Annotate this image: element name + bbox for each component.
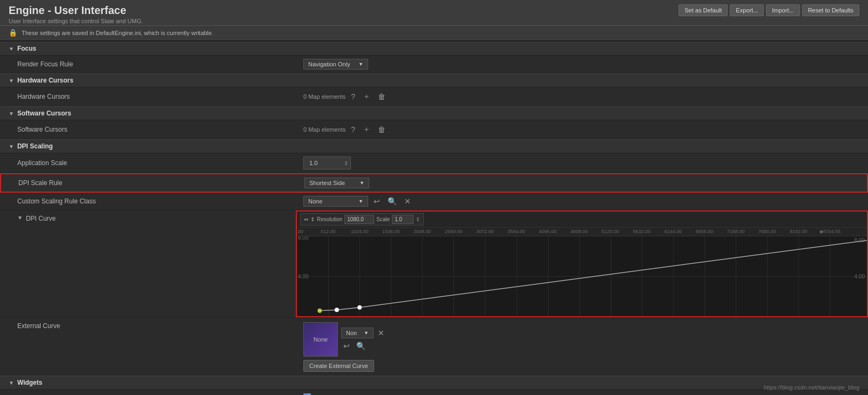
- dpi-curve-graph: ⇔ ⇕ Resolution Scale ⇕ 0.00 512.00 1024.…: [296, 210, 868, 317]
- software-cursors-label: Software Cursors: [17, 126, 303, 133]
- title-row: Engine - User Interface User Interface s…: [0, 0, 868, 25]
- x-tick-3584: 3584.00: [507, 229, 525, 234]
- curve-controls: Non ▼ ✕ ↩ 🔍: [341, 328, 386, 351]
- software-cursors-help-button[interactable]: ?: [349, 124, 357, 135]
- export-button[interactable]: Export...: [730, 4, 764, 16]
- focus-collapse-arrow[interactable]: ▼: [9, 46, 14, 52]
- section-hardware-cursors-header: ▼ Hardware Cursors: [0, 73, 868, 87]
- dpi-scaling-collapse-arrow[interactable]: ▼: [9, 144, 14, 149]
- x-tick-8192: 8192.00: [790, 229, 808, 234]
- x-tick-4608: 4608.00: [570, 229, 588, 234]
- reset-to-defaults-button[interactable]: Reset to Defaults: [802, 4, 859, 16]
- x-tick-2048: 2048.00: [413, 229, 431, 234]
- page-subtitle: User Interface settings that control Sla…: [9, 18, 143, 24]
- load-widgets-row: Load Widgets on Dedicated Server: [0, 390, 868, 395]
- point-label: ⇔ ⇕ Resolution Scale ⇕: [300, 213, 424, 226]
- external-curve-reset-button[interactable]: ↩: [341, 340, 352, 351]
- hardware-cursors-add-button[interactable]: ＋: [361, 91, 372, 103]
- resolution-label: Resolution: [317, 216, 342, 222]
- set-as-default-button[interactable]: Set as Default: [679, 4, 728, 16]
- software-cursors-title: Software Cursors: [17, 110, 71, 117]
- software-cursors-collapse-arrow[interactable]: ▼: [9, 111, 14, 117]
- scale-input[interactable]: [392, 215, 413, 224]
- application-scale-input-wrap: ⇕: [303, 156, 351, 169]
- curve-thumbnail: None: [303, 322, 338, 357]
- custom-scaling-rule-arrow: ▼: [358, 199, 363, 204]
- dpi-curve-section: ▼ DPI Curve ⇔ ⇕ Resolution Scale ⇕: [0, 210, 868, 318]
- section-widgets-header: ▼ Widgets: [0, 376, 868, 390]
- hardware-cursors-delete-button[interactable]: 🗑: [376, 91, 388, 102]
- section-focus-header: ▼ Focus: [0, 42, 868, 56]
- dpi-scale-rule-row: DPI Scale Rule Shortest Side ▼: [0, 173, 868, 193]
- curve-point-3: [357, 305, 362, 310]
- external-curve-row: External Curve None Non ▼ ✕: [0, 318, 868, 376]
- curve-svg: [297, 236, 867, 316]
- curve-name-row: Non ▼ ✕: [341, 328, 386, 338]
- dpi-curve-label: DPI Curve: [26, 215, 56, 222]
- application-scale-input[interactable]: [306, 158, 344, 168]
- move-icon: ⇔: [304, 216, 308, 222]
- custom-scaling-rule-control: None ▼ ↩ 🔍 ✕: [303, 196, 413, 207]
- application-scale-control: ⇕: [303, 156, 351, 169]
- custom-scaling-search-button[interactable]: 🔍: [385, 196, 399, 207]
- x-tick-8704: ◆8704.55: [819, 229, 841, 234]
- x-tick-1536: 1536.00: [382, 229, 400, 234]
- x-tick-5632: 5632.00: [633, 229, 651, 234]
- hardware-cursors-help-button[interactable]: ?: [349, 91, 357, 102]
- title-block: Engine - User Interface User Interface s…: [9, 4, 143, 24]
- render-focus-rule-control: Navigation Only ▼: [303, 59, 368, 70]
- hardware-cursors-title: Hardware Cursors: [17, 77, 73, 84]
- section-software-cursors-header: ▼ Software Cursors: [0, 106, 868, 120]
- x-tick-1024: 1024.00: [351, 229, 369, 234]
- x-tick-0: 0.00: [297, 229, 303, 234]
- curve-canvas[interactable]: 8.00 4.00 8.00 4.00: [297, 236, 867, 316]
- widgets-collapse-arrow[interactable]: ▼: [9, 380, 14, 386]
- dpi-scale-rule-control: Shortest Side ▼: [304, 178, 369, 188]
- software-cursors-delete-button[interactable]: 🗑: [376, 124, 388, 135]
- section-dpi-scaling-header: ▼ DPI Scaling: [0, 139, 868, 153]
- curve-point-1: [317, 309, 322, 313]
- dpi-curve-label-col: ▼ DPI Curve: [0, 210, 296, 317]
- hardware-cursors-collapse-arrow[interactable]: ▼: [9, 78, 14, 84]
- custom-scaling-rule-row: Custom Scaling Rule Class None ▼ ↩ 🔍 ✕: [0, 193, 868, 210]
- dpi-curve-arrow[interactable]: ▼: [17, 215, 23, 221]
- focus-section-title: Focus: [17, 45, 36, 52]
- page-title: Engine - User Interface: [9, 4, 143, 17]
- create-curve-btn-wrap: Create External Curve: [303, 360, 386, 372]
- svg-line-1: [337, 308, 360, 310]
- x-tick-3072: 3072.00: [476, 229, 494, 234]
- external-curve-control: None Non ▼ ✕ ↩ 🔍: [303, 322, 386, 372]
- ext-curve-arrow: ▼: [364, 330, 369, 336]
- custom-scaling-reset-button[interactable]: ↩: [371, 196, 382, 207]
- custom-scaling-rule-dropdown[interactable]: None ▼: [303, 196, 368, 207]
- external-curve-close-button[interactable]: ✕: [376, 328, 386, 338]
- toolbar: Set as Default Export... Import... Reset…: [679, 4, 859, 16]
- svg-line-0: [320, 310, 337, 310]
- dpi-scaling-title: DPI Scaling: [17, 142, 53, 150]
- render-focus-rule-dropdown[interactable]: Navigation Only ▼: [303, 59, 368, 70]
- import-button[interactable]: Import...: [766, 4, 799, 16]
- dropdown-arrow: ▼: [358, 62, 363, 67]
- x-tick-7168: 7168.00: [727, 229, 745, 234]
- render-focus-rule-row: Render Focus Rule Navigation Only ▼: [0, 56, 868, 73]
- render-focus-rule-value: Navigation Only: [308, 61, 350, 67]
- resolution-input[interactable]: [344, 215, 374, 224]
- x-tick-512: 512.00: [321, 229, 336, 234]
- notice-text: These settings are saved in DefaultEngin…: [22, 30, 213, 36]
- x-tick-5120: 5120.00: [602, 229, 620, 234]
- create-external-curve-button[interactable]: Create External Curve: [303, 360, 374, 372]
- software-cursors-row: Software Cursors 0 Map elements ? ＋ 🗑: [0, 120, 868, 139]
- software-cursors-control: 0 Map elements ? ＋ 🗑: [303, 124, 388, 135]
- curve-toolbar: ⇔ ⇕ Resolution Scale ⇕: [297, 212, 867, 228]
- settings-content: ▼ Focus Render Focus Rule Navigation Onl…: [0, 42, 868, 395]
- external-curve-search-button[interactable]: 🔍: [354, 340, 368, 351]
- dpi-scale-rule-value: Shortest Side: [309, 180, 345, 186]
- external-curve-dropdown[interactable]: Non ▼: [341, 328, 374, 338]
- custom-scaling-clear-button[interactable]: ✕: [402, 196, 413, 207]
- x-tick-6656: 6656.00: [696, 229, 714, 234]
- hardware-cursors-row: Hardware Cursors 0 Map elements ? ＋ 🗑: [0, 87, 868, 106]
- dpi-scale-rule-dropdown[interactable]: Shortest Side ▼: [304, 178, 369, 188]
- custom-scaling-rule-label: Custom Scaling Rule Class: [17, 198, 303, 205]
- curve-thumb-label: None: [314, 336, 328, 343]
- software-cursors-add-button[interactable]: ＋: [361, 124, 372, 135]
